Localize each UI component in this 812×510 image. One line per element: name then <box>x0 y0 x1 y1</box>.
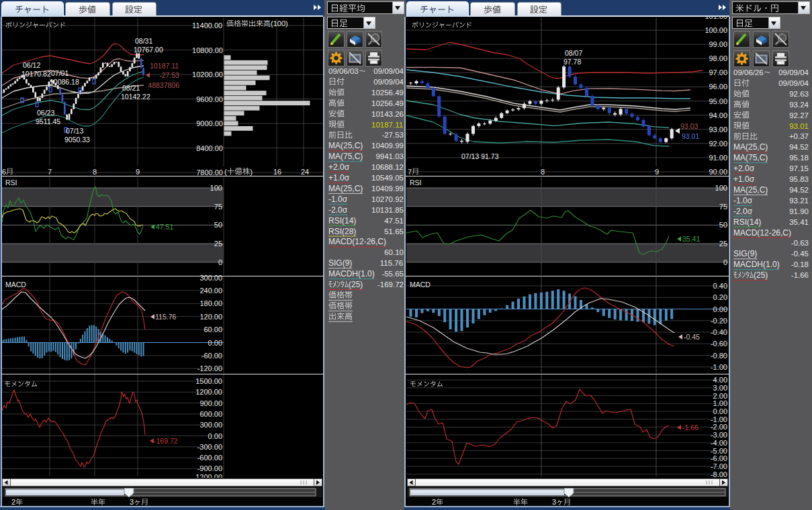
svg-text:92.63: 92.63 <box>789 90 809 98</box>
svg-text:MA(75,C): MA(75,C) <box>328 152 363 161</box>
svg-text:10270.92: 10270.92 <box>371 195 404 203</box>
svg-text:95.83: 95.83 <box>789 175 809 183</box>
svg-text:60.10: 60.10 <box>384 248 404 256</box>
svg-text:3: 3 <box>552 498 556 506</box>
svg-text:115.76: 115.76 <box>380 259 403 267</box>
svg-text:94.52: 94.52 <box>789 186 809 194</box>
svg-text:-1.66: -1.66 <box>791 271 809 279</box>
svg-text:10143.26: 10143.26 <box>371 110 404 118</box>
svg-text:09/06/03: 09/06/03 <box>328 67 359 75</box>
svg-text:10256.49: 10256.49 <box>371 89 404 97</box>
svg-text:2: 2 <box>432 498 436 506</box>
svg-text:RSI(14): RSI(14) <box>733 217 761 227</box>
svg-text:10409.99: 10409.99 <box>371 142 404 150</box>
svg-text:-1.0σ: -1.0σ <box>733 196 753 205</box>
svg-text:94.52: 94.52 <box>789 143 809 151</box>
svg-text:09/09/04: 09/09/04 <box>778 79 809 87</box>
svg-text:MACDH(1.0): MACDH(1.0) <box>328 269 375 278</box>
svg-text:MA(25,C): MA(25,C) <box>328 141 363 150</box>
svg-text:(25): (25) <box>349 280 363 289</box>
svg-text:+1.0σ: +1.0σ <box>328 173 350 183</box>
svg-text:93.24: 93.24 <box>789 101 809 109</box>
svg-text:RSI(28): RSI(28) <box>328 227 356 236</box>
svg-text:-55.65: -55.65 <box>381 270 404 278</box>
svg-text:SIG(9): SIG(9) <box>328 258 352 268</box>
svg-text:97.15: 97.15 <box>789 164 809 172</box>
svg-text:10131.85: 10131.85 <box>371 206 404 214</box>
svg-text:09/06/26: 09/06/26 <box>733 68 764 76</box>
svg-text:09/09/04: 09/09/04 <box>373 67 404 75</box>
svg-text:2: 2 <box>11 498 15 506</box>
svg-text:09/09/04: 09/09/04 <box>778 68 809 76</box>
svg-text:9941.03: 9941.03 <box>375 152 404 160</box>
svg-text:(25): (25) <box>754 270 768 280</box>
svg-text:+0.37: +0.37 <box>789 132 809 140</box>
svg-text:-27.53: -27.53 <box>381 131 404 139</box>
svg-text:3: 3 <box>130 498 134 506</box>
svg-text:MA(25,C): MA(25,C) <box>733 142 768 152</box>
svg-text:47.51: 47.51 <box>384 217 404 225</box>
svg-text:MACD(12-26,C): MACD(12-26,C) <box>733 228 791 238</box>
svg-text:-0.18: -0.18 <box>791 260 809 268</box>
svg-text:MACD(12-26,C): MACD(12-26,C) <box>328 237 386 246</box>
svg-text:09/09/04: 09/09/04 <box>373 78 404 86</box>
svg-text:RSI(14): RSI(14) <box>328 216 356 225</box>
svg-text:10688.12: 10688.12 <box>371 163 404 171</box>
svg-text:-0.45: -0.45 <box>791 250 809 258</box>
svg-text:+1.0σ: +1.0σ <box>733 174 755 184</box>
svg-text:-0.63: -0.63 <box>791 239 809 247</box>
svg-text:+2.0σ: +2.0σ <box>328 162 350 172</box>
svg-text:+2.0σ: +2.0σ <box>733 164 755 173</box>
svg-text:35.41: 35.41 <box>789 218 809 226</box>
svg-text:93.21: 93.21 <box>789 197 809 205</box>
svg-text:91.90: 91.90 <box>789 207 809 215</box>
svg-text:95.18: 95.18 <box>789 154 809 162</box>
svg-text:SIG(9): SIG(9) <box>733 249 757 258</box>
svg-text:10256.49: 10256.49 <box>371 99 404 107</box>
svg-text:MA(25,C): MA(25,C) <box>733 185 768 195</box>
svg-text:92.27: 92.27 <box>789 111 809 119</box>
svg-text:-1.0σ: -1.0σ <box>328 195 348 204</box>
svg-text:-169.72: -169.72 <box>377 280 404 289</box>
svg-text:93.01: 93.01 <box>789 122 809 130</box>
svg-text:-2.0σ: -2.0σ <box>733 207 753 216</box>
svg-text:10187.11: 10187.11 <box>371 121 403 129</box>
svg-text:MACDH(1.0): MACDH(1.0) <box>733 260 780 269</box>
svg-text:MA(75,C): MA(75,C) <box>733 153 768 162</box>
svg-text:MA(25,C): MA(25,C) <box>328 184 363 193</box>
svg-text:10409.99: 10409.99 <box>371 185 404 193</box>
svg-text:51.65: 51.65 <box>384 227 404 236</box>
svg-text:-2.0σ: -2.0σ <box>328 205 348 215</box>
svg-text:10549.05: 10549.05 <box>371 174 404 182</box>
